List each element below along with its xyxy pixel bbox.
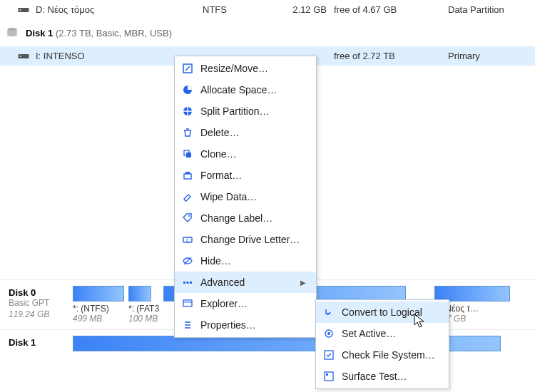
svg-point-21: [327, 332, 330, 335]
menuitem-change-label[interactable]: Change Label…: [175, 207, 316, 229]
menuitem-wipe[interactable]: Wipe Data…: [175, 186, 316, 207]
split-icon: [182, 105, 193, 117]
pie-icon: [182, 84, 193, 96]
menuitem-properties[interactable]: Properties…: [175, 314, 316, 336]
context-menu: Resize/Move… Allocate Space… Split Parti…: [174, 56, 317, 338]
explorer-icon: [182, 298, 193, 309]
type-label: Primary: [448, 51, 535, 61]
partition-row[interactable]: D: Νέος τόμος NTFS 2.12 GB free of 4.67 …: [0, 0, 535, 19]
svg-point-4: [20, 56, 21, 57]
partition-name: D: Νέος τόμος: [36, 4, 94, 15]
convert-icon: [323, 306, 335, 318]
svg-rect-18: [190, 282, 192, 284]
drive-icon: [17, 51, 30, 61]
resize-icon: [182, 63, 193, 74]
flag-icon: [323, 328, 335, 339]
drive-letter-icon: C: [182, 234, 193, 245]
list-icon: [182, 319, 193, 331]
svg-rect-23: [325, 372, 333, 381]
partition-bar[interactable]: *: (NTFS) 499 MB: [73, 286, 124, 324]
svg-rect-17: [187, 282, 189, 284]
check-icon: [323, 349, 335, 361]
svg-rect-16: [183, 282, 185, 284]
disk0-size: 119.24 GB: [9, 309, 73, 319]
dots-icon: [182, 277, 193, 288]
menuitem-hide[interactable]: Hide…: [175, 250, 316, 272]
menuitem-change-drive[interactable]: C Change Drive Letter…: [175, 229, 316, 250]
svg-point-1: [20, 9, 21, 11]
partition-bar[interactable]: *: (FAT3 100 MB: [128, 286, 159, 324]
advanced-submenu: Convert to Logical Set Active… Check Fil…: [315, 299, 449, 389]
mouse-cursor-icon: [414, 314, 427, 331]
used-label: 2.12 GB: [281, 4, 327, 15]
scan-icon: [323, 371, 335, 382]
disk-icon: [6, 26, 19, 39]
type-label: Data Partition: [448, 4, 535, 15]
menuitem-set-active[interactable]: Set Active…: [316, 323, 449, 344]
menuitem-check-fs[interactable]: Check File System…: [316, 344, 449, 366]
svg-rect-10: [184, 174, 191, 179]
free-label: free of 2.72 TB: [327, 51, 448, 61]
svg-rect-11: [185, 172, 190, 174]
menuitem-clone[interactable]: Clone…: [175, 143, 316, 165]
trash-icon: [182, 127, 193, 138]
menuitem-explorer[interactable]: Explorer…: [175, 293, 316, 314]
menuitem-allocate[interactable]: Allocate Space…: [175, 79, 316, 100]
disk1-info: (2.73 TB, Basic, MBR, USB): [56, 28, 172, 38]
chevron-right-icon: ▶: [300, 279, 306, 287]
menuitem-surface-test[interactable]: Surface Test…: [316, 366, 449, 387]
fs-label: NTFS: [203, 4, 281, 15]
svg-text:C: C: [186, 238, 190, 242]
disk0-type: Basic GPT: [9, 298, 73, 309]
menuitem-format[interactable]: Format…: [175, 165, 316, 186]
svg-rect-19: [183, 300, 192, 306]
eye-off-icon: [182, 255, 193, 267]
disk1-bar-name: Disk 1: [9, 337, 73, 348]
disk1-header[interactable]: Disk 1 (2.73 TB, Basic, MBR, USB): [0, 19, 535, 46]
disk1-name: Disk 1: [26, 28, 53, 38]
clone-icon: [182, 148, 193, 160]
menuitem-delete[interactable]: Delete…: [175, 122, 316, 143]
menuitem-split[interactable]: Split Partition…: [175, 100, 316, 122]
drive-icon: [17, 5, 30, 15]
svg-rect-9: [186, 153, 191, 158]
menuitem-advanced[interactable]: Advanced ▶: [175, 272, 316, 293]
partition-name: I: INTENSO: [36, 51, 85, 61]
svg-rect-24: [326, 373, 328, 376]
menuitem-convert-logical[interactable]: Convert to Logical: [316, 301, 449, 323]
eraser-icon: [182, 191, 193, 202]
menuitem-resize[interactable]: Resize/Move…: [175, 58, 316, 79]
svg-point-12: [188, 215, 190, 217]
free-label: free of 4.67 GB: [327, 4, 448, 15]
disk0-name: Disk 0: [9, 287, 73, 298]
format-icon: [182, 170, 193, 181]
tag-icon: [182, 212, 193, 224]
